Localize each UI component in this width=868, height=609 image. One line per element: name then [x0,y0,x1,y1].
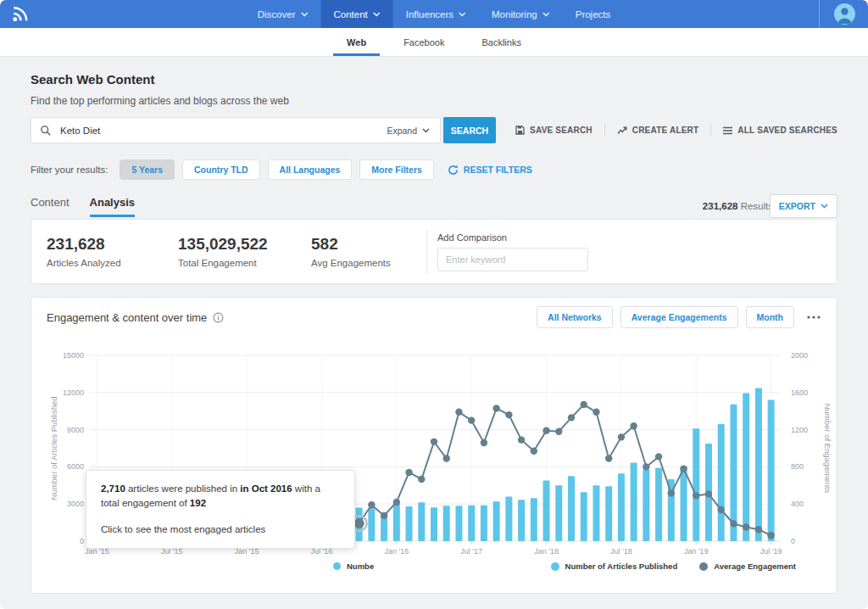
svg-text:15000: 15000 [63,351,84,360]
stat-label: Avg Engagements [311,258,426,268]
svg-text:800: 800 [791,462,804,471]
results-number: 231,628 [703,201,738,211]
results-count: 231,628 Results [703,201,773,211]
nav-label: Projects [576,9,611,20]
metric-filter-button[interactable]: Average Engagements [620,306,738,328]
networks-filter-button[interactable]: All Networks [537,306,613,328]
add-comparison: Add Comparison [437,232,588,271]
nav-item-influencers[interactable]: Influencers [393,0,479,28]
nav-item-discover[interactable]: Discover [245,0,321,28]
nav-item-projects[interactable]: Projects [563,0,624,28]
tab-content[interactable]: Content [31,196,70,217]
legend-dot-bars [551,562,559,571]
save-search-button[interactable]: SAVE SEARCH [515,126,593,135]
chevron-down-icon [821,204,828,209]
top-nav: Discover Content Influencers Monitoring … [0,0,868,28]
trending-icon [617,126,627,135]
main-nav: Discover Content Influencers Monitoring … [245,0,624,28]
tab-backlinks[interactable]: Backlinks [463,28,539,56]
page-subtitle: Find the top performing articles and blo… [31,95,289,107]
save-icon [515,126,525,135]
stat-label: Articles Analyzed [47,258,163,268]
stat-value: 582 [311,235,426,254]
divider [604,124,605,137]
search-button[interactable]: SEARCH [443,117,496,143]
page-title: Search Web Content [31,72,154,87]
tab-web[interactable]: Web [328,28,385,56]
all-saved-searches-button[interactable]: ALL SAVED SEARCHES [723,126,837,135]
search-actions: SAVE SEARCH CREATE ALERT ALL SAVED SEARC… [515,117,837,143]
chart-title-text: Engagement & content over time [47,311,207,324]
svg-text:3000: 3000 [67,500,84,508]
search-icon [40,125,52,137]
list-icon [723,126,732,135]
sub-nav: Web Facebook Backlinks [0,28,868,57]
stat-articles-analyzed: 231,628 Articles Analyzed [47,235,163,268]
legend-item-articles[interactable]: Number of Articles Published [551,562,678,571]
export-button[interactable]: EXPORT [770,194,837,218]
svg-text:1200: 1200 [791,426,808,434]
svg-text:2000: 2000 [791,351,808,360]
stat-value: 231,628 [47,235,163,254]
svg-text:Number of Articles Published: Number of Articles Published [49,397,58,500]
chart-tooltip[interactable]: 2,710 articles were published in in Oct … [86,470,355,549]
nav-label: Discover [258,9,296,20]
nav-label: Influencers [406,9,453,20]
info-icon[interactable] [213,312,224,323]
svg-text:400: 400 [791,500,804,508]
ellipsis-icon[interactable] [806,315,821,320]
nav-item-monitoring[interactable]: Monitoring [479,0,563,28]
results-tabs: Content Analysis [31,196,135,217]
stat-avg-engagements: 582 Avg Engagements [311,235,426,268]
tab-facebook[interactable]: Facebook [385,28,463,56]
filter-label: Filter your results: [31,165,108,175]
user-avatar[interactable] [834,3,855,25]
engagement-chart-card: Engagement & content over time All Netwo… [31,297,837,594]
svg-text:9000: 9000 [67,426,84,434]
filter-chip-languages[interactable]: All Languages [268,159,353,180]
chevron-down-icon [373,12,381,17]
nav-divider [819,0,820,28]
chart-header: Engagement & content over time All Netwo… [31,298,837,337]
chart-legend: Number of Articles Published Average Eng… [551,562,796,571]
stat-total-engagement: 135,029,522 Total Engagement [178,235,296,268]
legend-partial-label: Numbe [347,562,374,571]
svg-text:Jul '19: Jul '19 [760,547,782,556]
tooltip-text: 2,710 articles were published in in Oct … [101,482,340,511]
comparison-keyword-input[interactable] [437,248,588,271]
search-input[interactable] [58,125,387,137]
create-alert-button[interactable]: CREATE ALERT [617,126,699,135]
search-box: Expand [31,117,441,143]
chevron-down-icon [542,12,550,17]
divider [426,230,427,274]
buzzsumo-logo-icon[interactable] [9,3,31,28]
legend-label: Average Engagement [714,562,796,571]
tab-analysis[interactable]: Analysis [90,196,135,217]
tab-label: Backlinks [481,37,520,47]
action-label: ALL SAVED SEARCHES [737,126,837,135]
export-label: EXPORT [779,201,815,211]
results-suffix: Results [741,201,773,211]
legend-dot-bars [333,562,341,570]
legend-partial: Numbe [333,562,374,571]
chart-controls: All Networks Average Engagements Month [537,306,821,328]
interval-filter-button[interactable]: Month [746,306,795,328]
stat-value: 135,029,522 [178,235,296,254]
nav-label: Monitoring [492,9,537,20]
chevron-down-icon [459,12,466,17]
legend-label: Number of Articles Published [565,562,678,571]
reset-label: RESET FILTERS [464,165,532,175]
reset-filters-button[interactable]: RESET FILTERS [448,165,532,176]
tab-label: Web [347,37,366,47]
legend-item-engagement[interactable]: Average Engagement [699,562,796,571]
nav-item-content[interactable]: Content [320,0,392,28]
filter-chip-country-tld[interactable]: Country TLD [182,159,260,180]
chart-title: Engagement & content over time [47,311,224,324]
action-label: CREATE ALERT [632,126,699,135]
chevron-down-icon [422,128,430,133]
filter-chip-more-filters[interactable]: More Filters [359,159,434,180]
expand-toggle[interactable]: Expand [387,126,430,136]
filter-chip-date-range[interactable]: 5 Years [120,159,175,180]
svg-text:6000: 6000 [67,462,84,471]
svg-text:1600: 1600 [791,388,808,397]
